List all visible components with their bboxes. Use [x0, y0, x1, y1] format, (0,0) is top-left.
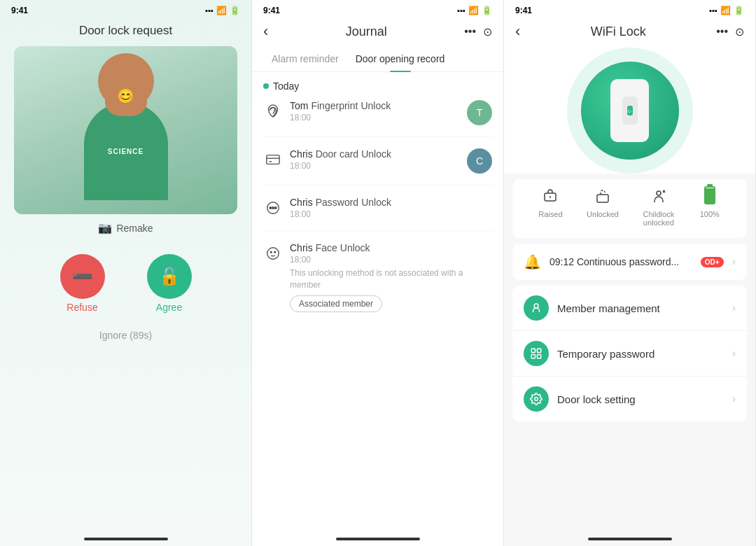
refuse-wrapper: ➖ Refuse: [60, 254, 105, 313]
svg-rect-0: [267, 155, 279, 164]
wifi-lock-title: WiFi Lock: [591, 24, 646, 39]
item-title-row: Chris Password Unlock: [290, 197, 492, 208]
svg-point-4: [270, 207, 272, 209]
ignore-text[interactable]: Ignore (89s): [0, 324, 251, 355]
agree-icon: 🔓: [159, 267, 180, 286]
member-icon: [524, 295, 549, 321]
more-icon-journal[interactable]: •••: [464, 25, 476, 38]
agree-label: Agree: [156, 302, 182, 313]
chevron-door-setting: ›: [732, 393, 736, 405]
journal-content: Today Tom Fingerprint Unlock 18:00: [252, 72, 503, 535]
battery-label: 100%: [700, 210, 720, 218]
item-title-row: Chris Face Unlock: [290, 242, 492, 253]
panel-wifi-lock: 9:41 ▪▪▪ 📶 🔋 ‹ WiFi Lock ••• ⊙ c-: [504, 0, 756, 546]
svg-text:c-: c-: [628, 108, 633, 113]
item-info-chris-card: Chris Door card Unlock 18:00: [290, 148, 460, 171]
svg-point-8: [270, 251, 272, 253]
panel-door-lock-request: 9:41 ▪▪▪ 📶 🔋 Door lock request 😊 SCIENCE: [0, 0, 252, 546]
person-photo: 😊 SCIENCE: [14, 46, 237, 214]
tab-alarm-reminder[interactable]: Alarm reminder: [263, 48, 347, 71]
status-bar-3: 9:41 ▪▪▪ 📶 🔋: [504, 0, 755, 18]
person-silhouette: 😊 SCIENCE: [77, 53, 175, 207]
refuse-button[interactable]: ➖: [60, 254, 105, 299]
back-button-journal[interactable]: ‹: [263, 22, 268, 41]
journal-nav-icons: ••• ⊙: [464, 25, 492, 38]
associated-member-button[interactable]: Associated member: [290, 295, 382, 312]
status-bar-2: 9:41 ▪▪▪ 📶 🔋: [252, 0, 503, 18]
menu-item-door-setting[interactable]: Door lock setting ›: [512, 377, 747, 421]
action-buttons: ➖ Refuse 🔓 Agree: [0, 240, 251, 324]
panel-journal: 9:41 ▪▪▪ 📶 🔋 ‹ Journal ••• ⊙ Alarm remin…: [252, 0, 504, 546]
person-shirt-text: SCIENCE: [108, 148, 144, 155]
svg-rect-22: [531, 355, 535, 358]
status-icons-1: ▪▪▪ 📶 🔋: [205, 6, 240, 15]
target-icon-journal[interactable]: ⊙: [483, 25, 492, 38]
bell-icon: 🔔: [524, 253, 541, 270]
remake-row[interactable]: 📷 Remake: [0, 214, 251, 240]
svg-rect-20: [531, 349, 535, 352]
status-unlocked: Unlocked: [587, 185, 619, 227]
time-3: 9:41: [515, 6, 532, 15]
battery-icon-2: 🔋: [482, 6, 492, 15]
childlock-label: Childlock unlocked: [643, 210, 675, 227]
lock-visual: c-: [504, 48, 755, 174]
journal-tab-bar: Alarm reminder Door opening record: [252, 48, 503, 72]
item-title-row: Tom Fingerprint Unlock: [290, 100, 460, 111]
agree-button[interactable]: 🔓: [147, 254, 192, 299]
signal-icon-2: ▪▪▪: [457, 6, 465, 15]
unlock-note: This unlocking method is not associated …: [290, 267, 492, 291]
svg-point-7: [267, 248, 279, 260]
wifi-lock-navbar: ‹ WiFi Lock ••• ⊙: [504, 18, 755, 48]
member-label: Member management: [557, 302, 724, 314]
menu-item-temp-password[interactable]: Temporary password ›: [512, 331, 747, 377]
time-1: 9:41: [11, 6, 28, 15]
item-info-chris-face: Chris Face Unlock 18:00 This unlocking m…: [290, 242, 492, 312]
back-button-wifi[interactable]: ‹: [515, 22, 520, 41]
svg-point-5: [272, 207, 274, 209]
wifi-icon-1: 📶: [216, 6, 227, 15]
chevron-temp-pw: ›: [732, 347, 736, 360]
person-head: 😊: [98, 53, 154, 109]
status-childlock: Childlock unlocked: [643, 185, 675, 227]
svg-point-6: [274, 207, 276, 209]
avatar-tom: T: [467, 100, 492, 125]
home-indicator-3: [588, 538, 672, 540]
unlocked-label: Unlocked: [587, 210, 619, 218]
battery-status-icon: [699, 185, 721, 207]
today-dot: [263, 83, 269, 89]
more-icon-wifi[interactable]: •••: [716, 25, 728, 38]
list-item: Tom Fingerprint Unlock 18:00 T: [263, 100, 492, 137]
battery-icon-3: 🔋: [734, 6, 744, 15]
face-icon: [263, 244, 283, 263]
chevron-alert: ›: [732, 255, 736, 268]
card-icon: [263, 150, 283, 169]
tab-door-opening[interactable]: Door opening record: [347, 48, 454, 71]
alert-desc: Continuous password...: [577, 256, 679, 267]
lock-status-row: Raised Unlocked: [512, 179, 747, 238]
wifi-icon-2: 📶: [468, 6, 479, 15]
list-item: Chris Password Unlock 18:00: [263, 197, 492, 231]
door-lock-title: Door lock request: [0, 18, 251, 46]
svg-point-16: [657, 191, 661, 195]
alert-badge: OD+: [701, 257, 724, 267]
alert-continuous-password[interactable]: 🔔 09:12 Continuous password... OD+ ›: [512, 244, 747, 280]
fingerprint-icon: [263, 102, 283, 121]
list-item: Chris Door card Unlock 18:00 C: [263, 148, 492, 186]
panel3-content: Raised Unlocked: [504, 179, 755, 538]
door-setting-icon: [524, 386, 549, 412]
avatar-chris-1: C: [467, 148, 492, 174]
status-bar-1: 9:41 ▪▪▪ 📶 🔋: [0, 0, 251, 18]
item-title-row: Chris Door card Unlock: [290, 148, 460, 160]
battery-icon-1: 🔋: [230, 6, 240, 15]
menu-item-member[interactable]: Member management ›: [512, 286, 747, 331]
signal-icon-3: ▪▪▪: [709, 6, 718, 15]
home-indicator-2: [336, 538, 420, 540]
wifi-icon-3: 📶: [720, 6, 731, 15]
item-info-chris-pw: Chris Password Unlock 18:00: [290, 197, 492, 219]
chevron-member: ›: [732, 302, 736, 314]
target-icon-wifi[interactable]: ⊙: [735, 25, 744, 38]
password-icon: [263, 198, 283, 218]
remake-label: Remake: [116, 223, 153, 234]
person-body: SCIENCE: [84, 102, 168, 200]
raised-icon: [539, 185, 561, 207]
